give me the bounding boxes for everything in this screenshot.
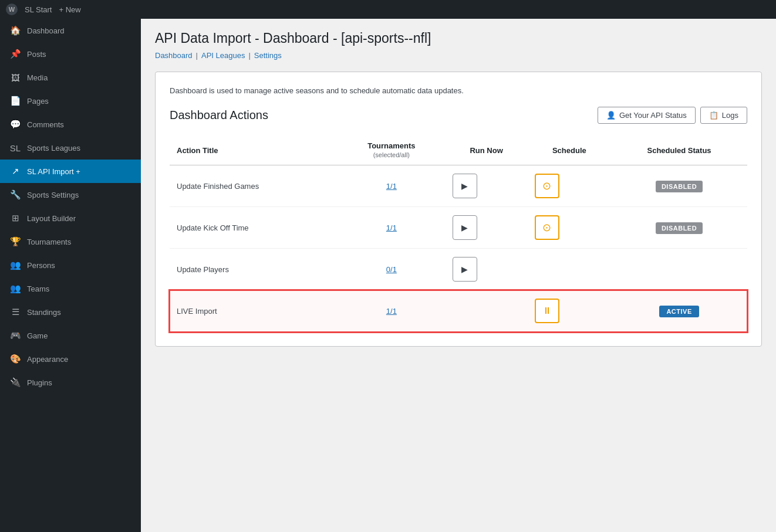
sidebar-item-tournaments[interactable]: 🏆 Tournaments [0,230,141,253]
sidebar-label-media: Media [27,73,131,82]
api-status-button[interactable]: 👤 Get Your API Status [598,107,696,124]
sidebar-label-comments: Comments [27,120,131,129]
actions-buttons: 👤 Get Your API Status 📋 Logs [598,107,747,124]
run-now-button-update-players[interactable]: ▶ [453,257,477,282]
schedule-button-update-finished-games[interactable]: ⊙ [535,174,559,198]
site-name: SL Start [25,5,52,14]
cell-schedule-update-players [528,249,612,290]
sidebar-item-standings[interactable]: ☰ Standings [0,300,141,324]
col-action-title: Action Title [170,135,338,165]
breadcrumb-settings[interactable]: Settings [254,51,282,60]
sidebar-icon-persons: 👥 [9,259,21,271]
api-status-label: Get Your API Status [619,111,687,120]
wp-logo-item[interactable]: W [6,4,18,15]
sidebar-item-media[interactable]: 🖼 Media [0,66,141,89]
sidebar-item-dashboard[interactable]: 🏠 Dashboard [0,19,141,42]
sidebar-icon-appearance: 🎨 [9,353,21,365]
sidebar-item-game[interactable]: 🎮 Game [0,324,141,347]
run-now-button-update-kick-off-time[interactable]: ▶ [453,215,477,240]
sidebar-label-pages: Pages [27,97,131,106]
sidebar-item-appearance[interactable]: 🎨 Appearance [0,347,141,371]
cell-action-title-update-finished-games: Update Finished Games [170,165,338,207]
cell-action-title-update-kick-off-time: Update Kick Off Time [170,207,338,249]
sidebar-item-pages[interactable]: 📄 Pages [0,89,141,113]
status-badge-update-kick-off-time: DISABLED [656,222,703,234]
sidebar-icon-layout-builder: ⊞ [9,212,21,224]
sidebar-icon-tournaments: 🏆 [9,236,21,248]
sidebar-icon-sports-leagues: SL [9,142,21,154]
col-tournaments: Tournaments (selected/all) [338,135,446,165]
sidebar-icon-dashboard: 🏠 [9,25,21,36]
tournament-link-update-finished-games[interactable]: 1/1 [386,182,397,191]
sidebar-item-teams[interactable]: 👥 Teams [0,277,141,300]
sidebar-item-persons[interactable]: 👥 Persons [0,253,141,277]
tournament-link-live-import[interactable]: 1/1 [386,307,397,316]
col-schedule: Schedule [528,135,612,165]
cell-tournaments-live-import[interactable]: 1/1 [338,290,446,332]
sidebar-icon-sports-settings: 🔧 [9,189,21,201]
sidebar-item-plugins[interactable]: 🔌 Plugins [0,371,141,394]
cell-run-now-update-kick-off-time: ▶ [446,207,528,249]
sidebar-item-sl-api-import[interactable]: ↗ SL API Import + [0,160,141,183]
cell-run-now-update-players: ▶ [446,249,528,290]
logs-label: Logs [722,111,738,120]
cell-status-update-players [611,249,747,290]
sidebar-item-comments[interactable]: 💬 Comments [0,113,141,136]
status-badge-update-finished-games: DISABLED [656,181,703,192]
table-row-live-import: LIVE Import1/1⏸ACTIVE [170,290,747,332]
sidebar-icon-media: 🖼 [9,72,21,83]
breadcrumb-api-leagues[interactable]: API Leagues [201,51,245,60]
new-button[interactable]: + New [59,5,80,14]
sidebar-label-teams: Teams [27,284,131,293]
sidebar-label-plugins: Plugins [27,378,131,387]
cell-status-live-import: ACTIVE [611,290,747,332]
logs-button[interactable]: 📋 Logs [700,107,747,124]
actions-table: Action Title Tournaments (selected/all) … [170,135,747,332]
breadcrumb-dashboard[interactable]: Dashboard [155,51,193,60]
cell-tournaments-update-players[interactable]: 0/1 [338,249,446,290]
run-now-button-update-finished-games[interactable]: ▶ [453,174,477,198]
tournament-link-update-players[interactable]: 0/1 [386,265,397,274]
cell-status-update-kick-off-time: DISABLED [611,207,747,249]
table-row-update-finished-games: Update Finished Games1/1▶⊙DISABLED [170,165,747,207]
table-row-update-kick-off-time: Update Kick Off Time1/1▶⊙DISABLED [170,207,747,249]
cell-status-update-finished-games: DISABLED [611,165,747,207]
wp-logo: W [6,4,18,15]
cell-run-now-update-finished-games: ▶ [446,165,528,207]
sidebar-icon-teams: 👥 [9,283,21,294]
sidebar-item-sports-leagues[interactable]: SL Sports Leagues [0,136,141,160]
schedule-button-update-kick-off-time[interactable]: ⊙ [535,215,559,240]
sidebar-label-sl-api-import: SL API Import + [27,167,131,176]
cell-action-title-live-import: LIVE Import [170,290,338,332]
sidebar-label-appearance: Appearance [27,355,131,364]
col-run-now: Run Now [446,135,528,165]
top-bar: W SL Start + New [0,0,776,19]
tournament-link-update-kick-off-time[interactable]: 1/1 [386,223,397,232]
cell-run-now-live-import [446,290,528,332]
cell-schedule-live-import: ⏸ [528,290,612,332]
status-badge-live-import: ACTIVE [659,306,699,317]
cell-tournaments-update-finished-games[interactable]: 1/1 [338,165,446,207]
sidebar: 🏠 Dashboard 📌 Posts 🖼 Media 📄 Pages 💬 Co… [0,19,141,532]
main-content: API Data Import - Dashboard - [api-sport… [141,19,776,532]
cell-schedule-update-finished-games: ⊙ [528,165,612,207]
person-icon: 👤 [606,111,616,120]
sidebar-item-layout-builder[interactable]: ⊞ Layout Builder [0,206,141,230]
sidebar-icon-plugins: 🔌 [9,377,21,388]
sidebar-label-layout-builder: Layout Builder [27,214,131,223]
actions-header: Dashboard Actions 👤 Get Your API Status … [170,107,747,124]
breadcrumb: Dashboard | API Leagues | Settings [155,51,762,60]
sidebar-icon-comments: 💬 [9,118,21,130]
sidebar-item-sports-settings[interactable]: 🔧 Sports Settings [0,183,141,206]
breadcrumb-sep-1: | [196,51,198,60]
sidebar-item-posts[interactable]: 📌 Posts [0,42,141,66]
col-scheduled-status: Scheduled Status [611,135,747,165]
logs-icon: 📋 [709,111,718,120]
sidebar-icon-posts: 📌 [9,48,21,60]
card-description: Dashboard is used to manage active seaso… [170,86,747,95]
sidebar-label-persons: Persons [27,261,131,270]
schedule-pause-button-live-import[interactable]: ⏸ [535,299,559,323]
sidebar-label-posts: Posts [27,50,131,59]
cell-tournaments-update-kick-off-time[interactable]: 1/1 [338,207,446,249]
actions-title: Dashboard Actions [170,109,268,122]
